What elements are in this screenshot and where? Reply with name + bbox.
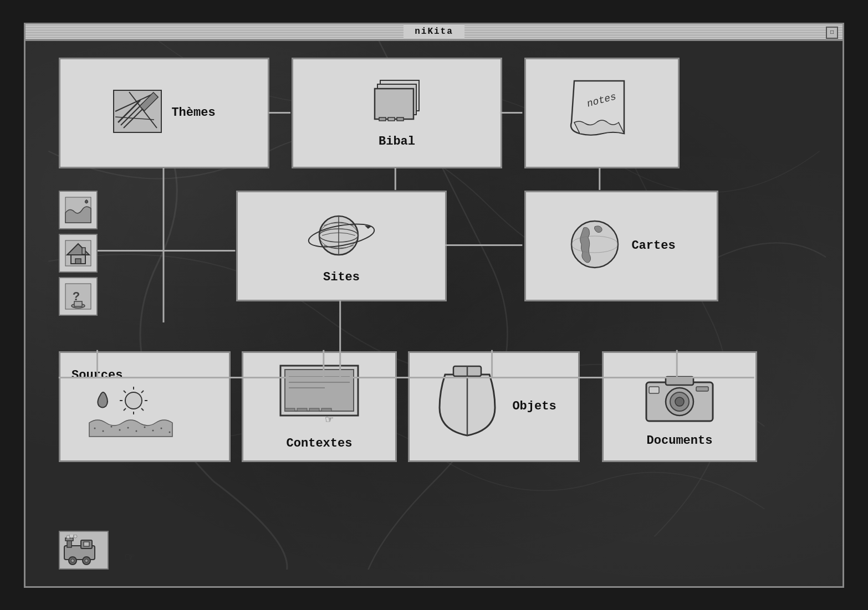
landscape-icon-box[interactable]	[59, 191, 98, 229]
svg-point-90	[675, 397, 684, 406]
svg-point-100	[85, 559, 88, 562]
objets-label: Objets	[512, 399, 556, 413]
card-themes[interactable]: Thèmes	[59, 58, 269, 168]
svg-point-64	[94, 427, 96, 429]
train-icon-box[interactable]	[59, 531, 109, 570]
svg-point-66	[111, 426, 113, 427]
svg-rect-81	[309, 408, 319, 411]
svg-point-68	[127, 427, 129, 428]
svg-line-63	[141, 391, 144, 393]
svg-rect-79	[285, 408, 295, 411]
cursor-hand: ☞	[125, 548, 135, 567]
svg-point-65	[103, 430, 104, 432]
cartes-label: Cartes	[631, 239, 675, 253]
svg-rect-80	[297, 408, 307, 411]
card-bibal[interactable]: Bibal	[292, 58, 502, 168]
svg-rect-75	[285, 370, 354, 411]
svg-rect-101	[84, 542, 89, 546]
svg-text:☞: ☞	[325, 414, 334, 426]
house-icon-box[interactable]	[59, 234, 98, 273]
sources-icon	[84, 387, 206, 445]
documents-icon	[641, 366, 718, 429]
svg-point-103	[69, 535, 74, 538]
themes-icon	[113, 89, 162, 136]
svg-point-55	[125, 392, 142, 409]
title-bar: niKita □	[25, 24, 843, 41]
bibal-icon	[369, 78, 425, 130]
svg-line-62	[124, 408, 126, 411]
bibal-label: Bibal	[379, 135, 415, 148]
side-icons-container: ?	[59, 191, 98, 316]
question-icon-box[interactable]: ?	[59, 277, 98, 316]
documents-label: Documents	[647, 434, 713, 448]
svg-point-98	[71, 559, 74, 562]
themes-label: Thèmes	[171, 106, 215, 120]
sites-label: Sites	[323, 270, 360, 284]
sources-label: Sources	[72, 368, 122, 382]
svg-point-71	[152, 429, 154, 431]
contextes-label: Contextes	[287, 437, 353, 450]
svg-line-60	[124, 391, 126, 393]
card-objets[interactable]: Objets	[408, 351, 580, 462]
objets-icon	[431, 363, 503, 449]
svg-rect-87	[666, 377, 693, 385]
contextes-icon: ☞	[269, 363, 369, 432]
svg-rect-91	[649, 387, 659, 393]
card-notes[interactable]: notes	[524, 58, 680, 168]
svg-rect-42	[82, 248, 85, 254]
card-documents[interactable]: Documents	[602, 351, 757, 462]
svg-rect-23	[375, 89, 413, 119]
content-area: Thèmes	[25, 41, 843, 586]
svg-point-67	[119, 429, 121, 430]
svg-rect-24	[379, 117, 386, 121]
svg-point-72	[161, 427, 162, 429]
card-sites[interactable]: Sites	[236, 191, 447, 301]
svg-rect-41	[75, 259, 81, 264]
card-sources[interactable]: Sources	[59, 351, 231, 462]
svg-rect-26	[397, 117, 404, 121]
svg-point-104	[74, 535, 77, 538]
main-window: niKita □	[24, 23, 844, 588]
window-title: niKita	[404, 25, 464, 38]
cartes-icon	[567, 217, 622, 275]
svg-rect-46	[74, 301, 82, 306]
svg-rect-82	[321, 408, 331, 411]
svg-marker-52	[365, 225, 372, 229]
card-cartes[interactable]: Cartes	[524, 191, 718, 301]
notes-icon: notes	[563, 78, 641, 147]
close-button[interactable]: □	[826, 27, 838, 39]
svg-point-73	[169, 431, 171, 433]
svg-rect-25	[388, 117, 395, 121]
sites-icon	[303, 208, 380, 266]
card-contextes[interactable]: ☞ Contextes	[242, 351, 397, 462]
svg-point-69	[136, 430, 137, 432]
svg-point-70	[144, 426, 146, 428]
svg-line-61	[141, 408, 144, 411]
svg-rect-92	[696, 387, 708, 391]
